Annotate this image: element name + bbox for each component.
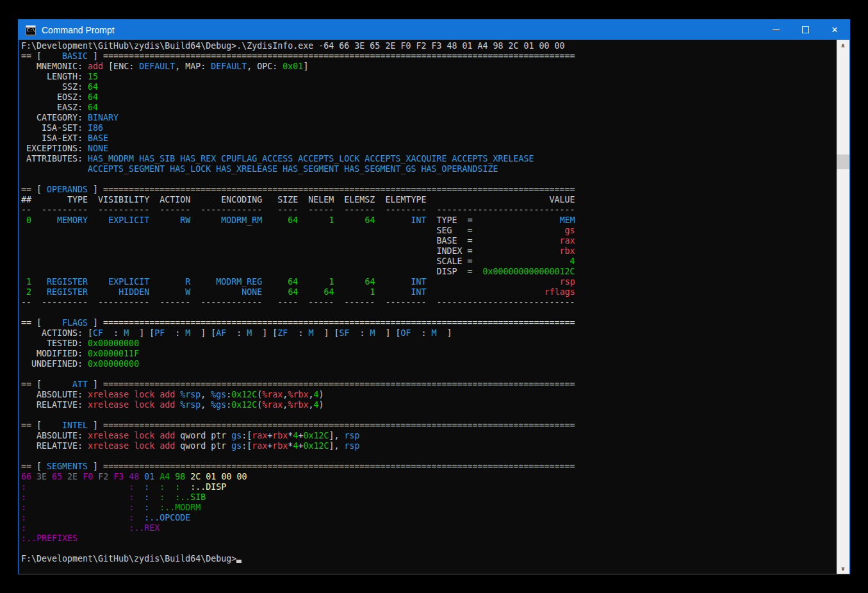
console-line: ACTIONS: [CF : M ] [PF : M ] [AF : M ] [… [21, 328, 837, 338]
console-line: ACCEPTS_SEGMENT HAS_LOCK HAS_XRELEASE HA… [21, 164, 837, 174]
console-line: == [ BASIC ] ===========================… [21, 51, 837, 62]
console-line: UNDEFINED: 0x00000000 [21, 359, 837, 369]
title-bar[interactable]: C:\ Command Prompt ✕ [19, 20, 849, 40]
console-line: == [ OPERANDS ] ========================… [21, 185, 837, 195]
console-line [21, 410, 837, 421]
console-line: 1 REGISTER EXPLICIT R MODRM_REG 64 1 64 … [21, 277, 837, 287]
console-line: ABSOLUTE: xrelease lock add qword ptr gs… [21, 431, 837, 441]
console-line: INDEX = rbx [21, 246, 837, 256]
console-line: ATTRIBUTES: HAS_MODRM HAS_SIB HAS_REX CP… [21, 154, 837, 164]
console-line: ## TYPE VISIBILITY ACTION ENCODING SIZE … [21, 195, 837, 205]
console-line: F:\Development\GitHub\zydis\Build64\Debu… [21, 554, 837, 564]
scrollbar-thumb[interactable] [837, 155, 849, 169]
console-line: -- --------- ---------- ------ ---------… [21, 205, 837, 215]
console-line: 0 MEMORY EXPLICIT RW MODRM_RM 64 1 64 IN… [21, 215, 837, 226]
console-line: ABSOLUTE: xrelease lock add %rsp, %gs:0x… [21, 390, 837, 400]
console-line [21, 369, 837, 380]
text-cursor [236, 560, 242, 563]
console-line: F:\Development\GitHub\zydis\Build64\Debu… [21, 41, 837, 51]
console-output: F:\Development\GitHub\zydis\Build64\Debu… [19, 40, 837, 564]
console-line: EASZ: 64 [21, 103, 837, 113]
console-line: LENGTH: 15 [21, 72, 837, 82]
console-line [21, 544, 837, 554]
console-line: RELATIVE: xrelease lock add %rsp, %gs:0x… [21, 400, 837, 410]
cmd-icon: C:\ [26, 25, 36, 35]
console-line: MODIFIED: 0x0000011F [21, 349, 837, 359]
console-area[interactable]: F:\Development\GitHub\zydis\Build64\Debu… [19, 40, 837, 574]
console-line: 2 REGISTER HIDDEN W NONE 64 64 1 INT rfl… [21, 287, 837, 297]
console-line [21, 174, 837, 185]
console-line: DISP = 0x000000000000012C [21, 267, 837, 277]
minimize-button[interactable] [761, 20, 790, 40]
console-line: RELATIVE: xrelease lock add qword ptr gs… [21, 441, 837, 451]
console-line: TESTED: 0x00000000 [21, 338, 837, 349]
console-line: SCALE = 4 [21, 256, 837, 267]
console-line: : :..REX [21, 523, 837, 533]
console-line: -- --------- ---------- ------ ---------… [21, 297, 837, 308]
console-line [21, 308, 837, 318]
window-title: Command Prompt [42, 25, 115, 35]
console-line: 66 3E 65 2E F0 F2 F3 48 01 A4 98 2C 01 0… [21, 472, 837, 482]
console-line: EXCEPTIONS: NONE [21, 144, 837, 154]
console-line: MNEMONIC: add [ENC: DEFAULT, MAP: DEFAUL… [21, 62, 837, 72]
vertical-scrollbar[interactable]: ∧ ∨ [837, 40, 849, 574]
scroll-up-button[interactable]: ∧ [837, 40, 849, 51]
console-line: ISA-SET: I86 [21, 123, 837, 133]
console-line: SSZ: 64 [21, 82, 837, 92]
console-line: == [ INTEL ] ===========================… [21, 421, 837, 431]
command-prompt-window: C:\ Command Prompt ✕ F:\Development\GitH… [18, 19, 850, 574]
console-line: == [ ATT ] =============================… [21, 380, 837, 390]
console-line: EOSZ: 64 [21, 92, 837, 103]
close-icon: ✕ [831, 26, 839, 34]
console-line: : : : :..MODRM [21, 503, 837, 513]
console-line: : : : : :..SIB [21, 492, 837, 503]
console-line: ISA-EXT: BASE [21, 133, 837, 144]
console-line: :..PREFIXES [21, 533, 837, 544]
maximize-icon [802, 26, 809, 33]
console-line: CATEGORY: BINARY [21, 113, 837, 123]
console-line: : : : : : :..DISP [21, 482, 837, 492]
maximize-button[interactable] [790, 20, 820, 40]
console-line: SEG = gs [21, 226, 837, 236]
console-line [21, 451, 837, 462]
close-button[interactable]: ✕ [820, 20, 849, 40]
minimize-icon [773, 29, 780, 30]
cmd-icon-text: C:\ [27, 28, 35, 33]
console-line: BASE = rax [21, 236, 837, 246]
console-line: == [ FLAGS ] ===========================… [21, 318, 837, 328]
console-line: : : :..OPCODE [21, 513, 837, 523]
console-line: == [ SEGMENTS ] ========================… [21, 462, 837, 472]
scroll-down-button[interactable]: ∨ [837, 563, 849, 574]
